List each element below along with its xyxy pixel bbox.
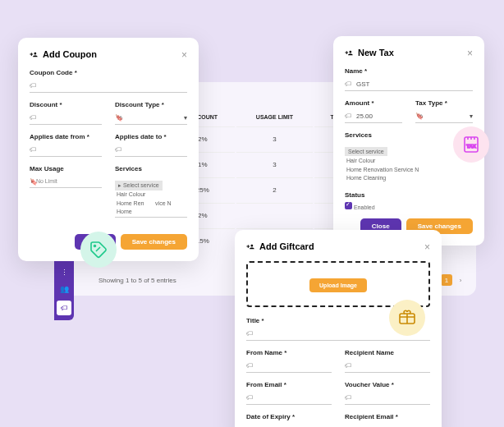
svg-text:TAX: TAX — [466, 144, 476, 149]
modal-title: Add Giftcard — [246, 241, 430, 251]
coupon-code-label: Coupon Code * — [30, 69, 187, 76]
to-date-label: Applies date to * — [115, 133, 187, 140]
giftcard-decor-icon — [389, 300, 425, 336]
add-coupon-modal: Add Coupon × Coupon Code * Discount * Di… — [18, 38, 199, 261]
tax-status-label: Status — [345, 191, 473, 199]
tax-type-label: Tax Type * — [415, 99, 473, 107]
th-usage: USAGE LIMIT — [236, 109, 313, 125]
services-label: Services — [115, 165, 187, 172]
sidebar-icon-4[interactable]: ⋮ — [59, 268, 69, 278]
from-email-label: From Email * — [246, 381, 332, 388]
sidebar-icon-tag[interactable]: 🏷 — [57, 301, 71, 315]
close-icon[interactable]: × — [181, 49, 187, 61]
page-next[interactable]: › — [455, 274, 466, 286]
recipient-name-label: Recipient Name — [345, 349, 430, 356]
page-current[interactable]: 1 — [441, 274, 452, 286]
recipient-name-input[interactable] — [345, 360, 430, 373]
recipient-email-label: Recipient Email * — [345, 413, 430, 420]
from-date-input[interactable] — [30, 144, 102, 157]
max-usage-input[interactable]: ▸ No Limit — [30, 176, 102, 188]
new-tax-modal: New Tax × Name *GST Amount *25.00 Tax Ty… — [333, 36, 484, 246]
tax-name-label: Name * — [345, 67, 473, 75]
showing-text: Showing 1 to 5 of 5 entries — [99, 277, 176, 284]
voucher-input[interactable] — [345, 392, 430, 405]
from-email-input[interactable] — [246, 392, 332, 405]
discount-decor-icon — [80, 232, 117, 268]
save-button[interactable]: Save changes — [121, 234, 187, 250]
modal-title: Add Coupon — [30, 49, 187, 59]
tax-type-select[interactable]: % ▾ — [415, 110, 473, 123]
enabled-checkbox[interactable] — [345, 202, 352, 209]
discount-label: Discount * — [30, 101, 102, 108]
add-giftcard-modal: Add Giftcard × Upload Image Title * From… — [235, 230, 442, 427]
svg-point-0 — [94, 245, 96, 246]
to-date-input[interactable] — [115, 144, 187, 157]
coupon-code-input[interactable] — [30, 80, 187, 93]
modal-title: New Tax — [345, 48, 473, 57]
tax-decor-icon: TAX — [453, 126, 489, 163]
discount-type-select[interactable]: % ▾ — [115, 112, 187, 125]
from-name-label: From Name * — [246, 349, 332, 356]
close-icon[interactable]: × — [424, 241, 430, 253]
voucher-label: Voucher Value * — [345, 381, 430, 388]
max-usage-label: Max Usage — [30, 165, 102, 172]
from-name-input[interactable] — [246, 360, 332, 373]
tax-amount-label: Amount * — [345, 99, 402, 107]
discount-type-label: Discount Type * — [115, 101, 187, 108]
tax-amount-input[interactable]: 25.00 — [345, 110, 402, 123]
discount-input[interactable] — [30, 112, 102, 125]
date-expiry-label: Date of Expiry * — [246, 413, 332, 420]
tax-name-input[interactable]: GST — [345, 78, 473, 91]
services-select[interactable]: ▸ Select service Hair ColourHome Ren vic… — [115, 176, 187, 218]
from-date-label: Applies date from * — [30, 133, 102, 140]
upload-button[interactable]: Upload Image — [309, 278, 367, 292]
sidebar-icon-users[interactable]: 👥 — [59, 284, 69, 294]
close-icon[interactable]: × — [467, 48, 473, 59]
